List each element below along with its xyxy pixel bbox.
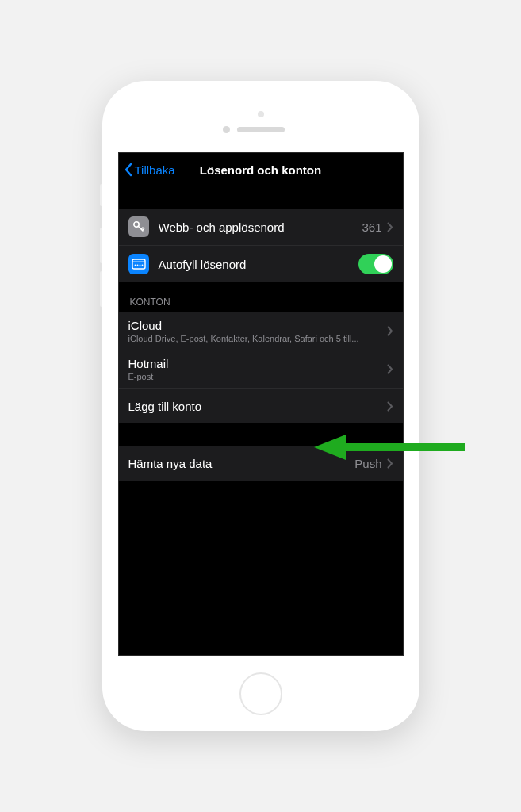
accounts-header: KONTON [119, 282, 403, 312]
web-app-passwords-count: 361 [362, 220, 381, 234]
account-row-icloud[interactable]: iCloud iCloud Drive, E-post, Kontakter, … [119, 312, 403, 350]
mute-switch [100, 184, 102, 206]
back-button[interactable]: Tillbaka [124, 163, 175, 177]
account-subtitle: E-post [128, 372, 387, 381]
navigation-bar: Tillbaka Lösenord och konton [119, 153, 403, 185]
accounts-section: iCloud iCloud Drive, E-post, Kontakter, … [119, 312, 403, 423]
speaker-grille [237, 127, 285, 132]
autofill-toggle[interactable] [358, 254, 393, 274]
fetch-section: Hämta nya data Push [119, 446, 403, 481]
svg-point-4 [136, 265, 138, 266]
web-app-passwords-label: Webb- och applösenord [159, 220, 362, 234]
screen: Tillbaka Lösenord och konton Webb- och a… [118, 152, 404, 656]
volume-up-button [100, 228, 102, 263]
passwords-section: Webb- och applösenord 361 Autofyll lösen… [119, 209, 403, 282]
account-subtitle: iCloud Drive, E-post, Kontakter, Kalendr… [128, 334, 387, 343]
chevron-right-icon [387, 458, 393, 469]
key-icon [128, 216, 149, 237]
autofill-label: Autofyll lösenord [159, 258, 358, 271]
chevron-right-icon [387, 401, 393, 412]
account-title: iCloud [128, 319, 387, 332]
chevron-right-icon [387, 222, 393, 232]
svg-point-6 [141, 265, 143, 266]
web-app-passwords-row[interactable]: Webb- och applösenord 361 [119, 209, 403, 246]
svg-rect-1 [132, 259, 145, 269]
account-title: Hotmail [128, 357, 387, 370]
autofill-passwords-row[interactable]: Autofyll lösenord [119, 246, 403, 282]
phone-frame: Tillbaka Lösenord och konton Webb- och a… [102, 81, 419, 731]
fetch-data-row[interactable]: Hämta nya data Push [119, 446, 403, 481]
home-button[interactable] [239, 672, 282, 715]
chevron-right-icon [387, 364, 393, 374]
back-label: Tillbaka [135, 163, 175, 177]
sensor-dot [258, 111, 264, 117]
add-account-row[interactable]: Lägg till konto [119, 389, 403, 423]
page-title: Lösenord och konton [200, 163, 321, 177]
front-camera [223, 126, 230, 133]
autofill-icon [128, 254, 149, 274]
add-account-label: Lägg till konto [128, 400, 387, 413]
svg-point-3 [134, 265, 136, 266]
fetch-value: Push [354, 457, 381, 470]
volume-down-button [100, 271, 102, 307]
svg-point-5 [139, 265, 140, 266]
account-row-hotmail[interactable]: Hotmail E-post [119, 350, 403, 389]
chevron-right-icon [387, 326, 393, 336]
fetch-label: Hämta nya data [128, 457, 355, 470]
chevron-left-icon [124, 163, 133, 177]
